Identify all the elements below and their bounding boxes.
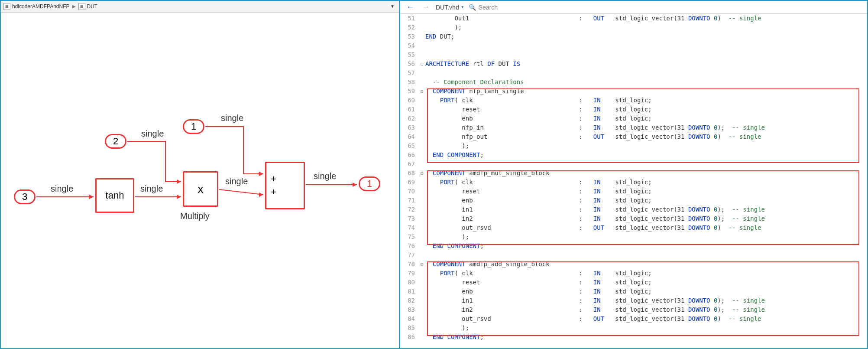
code-line[interactable]: 62 enb : IN std_logic; <box>400 114 867 123</box>
code-line[interactable]: 83 in2 : IN std_logic_vector(31 DOWNTO 0… <box>400 305 867 314</box>
code-toolbar: ← → DUT.vhd ▼ 🔍 Search <box>400 1 867 14</box>
code-text: PORT( clk : IN std_logic; <box>425 178 867 187</box>
code-line[interactable]: 70 reset : IN std_logic; <box>400 187 867 196</box>
add-block[interactable]: + + <box>265 162 305 209</box>
code-line[interactable]: 67 <box>400 160 867 169</box>
line-number: 67 <box>400 160 418 169</box>
file-dropdown[interactable]: DUT.vhd ▼ <box>436 4 464 11</box>
line-number: 60 <box>400 96 418 105</box>
code-line[interactable]: 57 <box>400 68 867 78</box>
code-line[interactable]: 52 ); <box>400 23 867 32</box>
plus-icon: + <box>271 173 276 185</box>
diagram-panel: ▦ hdlcoderAMDFPAndNFP ▶ ▦ DUT ▼ <box>1 1 400 348</box>
svg-marker-6 <box>259 192 263 197</box>
line-number: 83 <box>400 305 418 314</box>
code-text: END COMPONENT; <box>425 150 867 160</box>
nav-back-icon[interactable]: ← <box>405 3 416 12</box>
diagram-canvas[interactable]: 3 2 1 1 tanh x + + Multiply single singl… <box>1 12 399 348</box>
multiply-block[interactable]: x <box>183 171 218 207</box>
line-number: 77 <box>400 251 418 260</box>
code-line[interactable]: 71 enb : IN std_logic; <box>400 196 867 205</box>
code-line[interactable]: 86 END COMPONENT; <box>400 333 867 342</box>
breadcrumb-root[interactable]: hdlcoderAMDFPAndNFP <box>12 3 70 10</box>
tanh-block[interactable]: tanh <box>95 178 134 213</box>
code-line[interactable]: 56⊟ARCHITECTURE rtl OF DUT IS <box>400 59 867 68</box>
inport-2[interactable]: 2 <box>105 134 126 149</box>
search-input[interactable]: 🔍 Search <box>469 4 863 11</box>
code-line[interactable]: 69 PORT( clk : IN std_logic; <box>400 178 867 187</box>
svg-marker-3 <box>177 195 181 199</box>
line-number: 62 <box>400 114 418 123</box>
svg-marker-7 <box>259 172 263 176</box>
line-number: 53 <box>400 32 418 41</box>
line-number: 69 <box>400 178 418 187</box>
code-line[interactable]: 73 in2 : IN std_logic_vector(31 DOWNTO 0… <box>400 214 867 223</box>
code-text: nfp_in : IN std_logic_vector(31 DOWNTO 0… <box>425 123 867 132</box>
code-text: in1 : IN std_logic_vector(31 DOWNTO 0); … <box>425 296 867 305</box>
code-line[interactable]: 51 Out1 : OUT std_logic_vector(31 DOWNTO… <box>400 14 867 23</box>
fold-toggle-icon[interactable]: ⊟ <box>418 260 425 269</box>
code-line[interactable]: 60 PORT( clk : IN std_logic; <box>400 96 867 105</box>
svg-marker-4 <box>177 179 181 184</box>
code-text: out_rsvd : OUT std_logic_vector(31 DOWNT… <box>425 314 867 323</box>
line-number: 84 <box>400 314 418 323</box>
code-line[interactable]: 84 out_rsvd : OUT std_logic_vector(31 DO… <box>400 314 867 323</box>
code-line[interactable]: 76 END COMPONENT; <box>400 241 867 251</box>
code-line[interactable]: 80 reset : IN std_logic; <box>400 278 867 287</box>
fold-toggle-icon[interactable]: ⊟ <box>418 87 425 96</box>
signal-type-label: single <box>225 176 248 186</box>
code-line[interactable]: 63 nfp_in : IN std_logic_vector(31 DOWNT… <box>400 123 867 132</box>
code-line[interactable]: 74 out_rsvd : OUT std_logic_vector(31 DO… <box>400 223 867 232</box>
code-text: enb : IN std_logic; <box>425 196 867 205</box>
line-number: 58 <box>400 78 418 87</box>
code-line[interactable]: 54 <box>400 41 867 50</box>
fold-toggle-icon[interactable]: ⊟ <box>418 59 425 68</box>
code-line[interactable]: 79 PORT( clk : IN std_logic; <box>400 269 867 278</box>
code-line[interactable]: 72 in1 : IN std_logic_vector(31 DOWNTO 0… <box>400 205 867 214</box>
code-line[interactable]: 82 in1 : IN std_logic_vector(31 DOWNTO 0… <box>400 296 867 305</box>
line-number: 68 <box>400 169 418 178</box>
search-icon: 🔍 <box>469 4 476 11</box>
code-line[interactable]: 75 ); <box>400 232 867 241</box>
code-line[interactable]: 55 <box>400 50 867 59</box>
line-number: 52 <box>400 23 418 32</box>
code-line[interactable]: 77 <box>400 251 867 260</box>
inport-3[interactable]: 3 <box>14 189 36 204</box>
breadcrumb-dropdown-icon[interactable]: ▼ <box>390 4 396 9</box>
fold-toggle-icon[interactable]: ⊟ <box>418 169 425 178</box>
line-number: 73 <box>400 214 418 223</box>
subsystem-icon: ▦ <box>78 3 85 10</box>
line-number: 82 <box>400 296 418 305</box>
line-number: 76 <box>400 241 418 251</box>
line-number: 74 <box>400 223 418 232</box>
code-text: -- Component Declarations <box>425 78 867 87</box>
code-text: reset : IN std_logic; <box>425 278 867 287</box>
breadcrumb-leaf[interactable]: DUT <box>87 3 98 10</box>
code-line[interactable]: 58 -- Component Declarations <box>400 78 867 87</box>
inport-1[interactable]: 1 <box>183 119 204 134</box>
code-line[interactable]: 61 reset : IN std_logic; <box>400 105 867 114</box>
code-editor[interactable]: 51 Out1 : OUT std_logic_vector(31 DOWNTO… <box>400 14 867 348</box>
code-text: in1 : IN std_logic_vector(31 DOWNTO 0); … <box>425 205 867 214</box>
code-line[interactable]: 68⊟ COMPONENT amdfp_mul_single_block <box>400 169 867 178</box>
code-line[interactable]: 78⊟ COMPONENT amdfp_add_single_block <box>400 260 867 269</box>
line-number: 54 <box>400 41 418 50</box>
code-text: ); <box>425 141 867 150</box>
nav-forward-icon[interactable]: → <box>420 3 431 12</box>
code-text: Out1 : OUT std_logic_vector(31 DOWNTO 0)… <box>425 14 867 23</box>
code-line[interactable]: 85 ); <box>400 323 867 333</box>
code-line[interactable]: 59⊟ COMPONENT nfp_tanh_single <box>400 87 867 96</box>
code-text: PORT( clk : IN std_logic; <box>425 269 867 278</box>
model-icon: ▦ <box>3 3 10 10</box>
signal-type-label: single <box>51 184 73 194</box>
line-number: 71 <box>400 196 418 205</box>
code-line[interactable]: 65 ); <box>400 141 867 150</box>
code-line[interactable]: 53END DUT; <box>400 32 867 41</box>
line-number: 55 <box>400 50 418 59</box>
line-number: 64 <box>400 132 418 141</box>
code-line[interactable]: 64 nfp_out : OUT std_logic_vector(31 DOW… <box>400 132 867 141</box>
code-line[interactable]: 66 END COMPONENT; <box>400 150 867 160</box>
signal-type-label: single <box>141 129 164 139</box>
outport-1[interactable]: 1 <box>359 176 380 191</box>
code-line[interactable]: 81 enb : IN std_logic; <box>400 287 867 296</box>
